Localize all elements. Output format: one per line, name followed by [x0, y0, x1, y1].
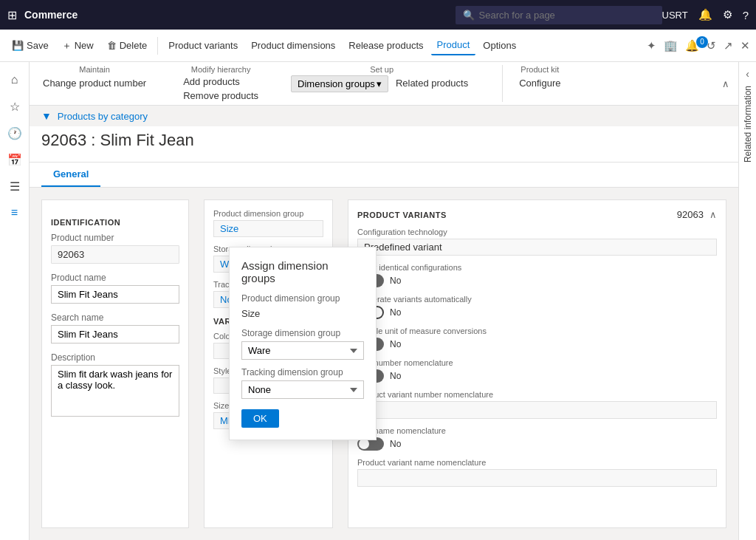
prod-dim-group-label: Product dimension group: [213, 209, 323, 218]
filter-icon[interactable]: ▼: [41, 110, 52, 122]
use-name-nom-label: Use name nomenclature: [357, 426, 717, 435]
ribbon-items-setup: Dimension groups ▾ Related products: [291, 75, 472, 92]
add-products-btn[interactable]: Add products: [180, 75, 261, 88]
modify-hierarchy-label: Modify hierarchy: [191, 65, 251, 74]
grid-icon[interactable]: ⊞: [7, 8, 17, 22]
assign-storage-dim-label: Storage dimension group: [241, 328, 364, 338]
identification-section: IDENTIFICATION Product number 92063 Prod…: [41, 199, 189, 528]
prod-dim-group-value: Size: [213, 220, 323, 237]
enable-uom-label: Enable unit of measure conversions: [357, 327, 717, 335]
product-variant-num-nom-value: [357, 401, 717, 419]
new-button[interactable]: ＋ New: [56, 35, 100, 56]
page-content: ▼ Products by category 92063 : Slim Fit …: [30, 106, 738, 540]
description-input[interactable]: Slim fit dark wash jeans for a classy lo…: [51, 365, 179, 417]
collapse-btn[interactable]: ∧: [709, 209, 717, 220]
release-products-button[interactable]: Release products: [343, 36, 429, 55]
product-number-group: Product number 92063: [51, 233, 179, 264]
options-button[interactable]: Options: [477, 36, 522, 55]
right-info-panel[interactable]: ‹ Related information: [738, 62, 756, 540]
allow-identical-value: No: [390, 276, 401, 286]
notification-badge: 0: [696, 36, 708, 48]
generate-variants-toggle-row: No: [357, 306, 717, 319]
sidebar-star-icon[interactable]: ☆: [3, 95, 27, 118]
filter-bar: ▼ Products by category: [30, 106, 738, 126]
left-sidebar: ⌂ ☆ 🕐 📅 ☰ ≡: [0, 62, 30, 540]
generate-variants-label: Generate variants automatically: [357, 295, 717, 304]
ok-button[interactable]: OK: [241, 409, 279, 428]
delete-icon: 🗑: [107, 40, 117, 51]
use-number-nom-toggle-row: No: [357, 369, 717, 383]
app-layout: ⌂ ☆ 🕐 📅 ☰ ≡ Maintain Change product numb…: [0, 62, 756, 540]
help-icon[interactable]: ?: [743, 9, 749, 21]
bell-icon[interactable]: 🔔: [698, 8, 712, 21]
sidebar-clock-icon[interactable]: 🕐: [3, 121, 27, 145]
main-content: Maintain Change product number Modify hi…: [30, 62, 738, 540]
assign-product-dim-value: Size: [241, 307, 364, 321]
allow-identical-label: Allow identical configurations: [357, 263, 717, 272]
breadcrumb[interactable]: Products by category: [58, 111, 148, 122]
config-tech-label: Configuration technology: [357, 228, 717, 236]
product-variants-title: PRODUCT VARIANTS: [357, 211, 447, 219]
search-bar[interactable]: 🔍: [456, 6, 662, 24]
use-name-nom-toggle-row: No: [357, 437, 717, 451]
separator-1: [157, 37, 158, 55]
use-number-nom-label: Use number nomenclature: [357, 358, 717, 367]
description-group: Description Slim fit dark wash jeans for…: [51, 352, 179, 419]
prod-dim-group-field: Product dimension group Size: [213, 209, 323, 237]
search-name-group: Search name: [51, 312, 179, 344]
page-header: 92063 : Slim Fit Jean: [30, 126, 738, 163]
search-icon: 🔍: [463, 10, 475, 21]
search-name-input[interactable]: [51, 325, 179, 344]
product-variants-button[interactable]: Product variants: [162, 36, 244, 55]
ribbon-group-kit: Product kit Configure: [502, 65, 565, 102]
sidebar-home-icon[interactable]: ⌂: [3, 68, 27, 92]
ribbon-items-kit: Configure: [515, 75, 565, 91]
assign-dimension-panel: Assign dimension groups Product dimensio…: [229, 247, 377, 440]
personalize-icon[interactable]: ✦: [647, 39, 656, 52]
delete-button[interactable]: 🗑 Delete: [101, 36, 154, 55]
related-products-btn[interactable]: Related products: [391, 75, 472, 92]
tab-bar: General: [30, 163, 738, 188]
settings-icon[interactable]: ⚙: [723, 8, 732, 21]
use-name-nom-value: No: [390, 439, 401, 449]
top-nav-right: USRT 🔔 ⚙ ?: [662, 8, 749, 21]
form-area: IDENTIFICATION Product number 92063 Prod…: [30, 188, 738, 540]
right-info-arrow[interactable]: ‹: [746, 68, 749, 80]
change-product-number-btn[interactable]: Change product number: [38, 75, 151, 91]
close-icon[interactable]: ✕: [740, 39, 750, 52]
record-number: 92063: [677, 209, 704, 220]
search-input[interactable]: [479, 10, 655, 21]
office-icon[interactable]: 🏢: [664, 39, 678, 52]
sidebar-filter-icon[interactable]: ☰: [3, 174, 27, 198]
app-title: Commerce: [24, 9, 456, 21]
product-variant-name-nom-label: Product variant name nomenclature: [357, 458, 717, 467]
sidebar-list-icon[interactable]: ≡: [3, 201, 27, 225]
configure-btn[interactable]: Configure: [515, 75, 565, 91]
dimension-groups-btn[interactable]: Dimension groups ▾: [291, 75, 388, 92]
allow-identical-field: Allow identical configurations No: [357, 263, 717, 287]
remove-products-btn[interactable]: Remove products: [180, 89, 261, 102]
product-button[interactable]: Product: [431, 35, 476, 55]
assign-product-dim-label: Product dimension group: [241, 293, 364, 304]
use-number-nom-field: Use number nomenclature No: [357, 358, 717, 383]
assign-panel-title: Assign dimension groups: [241, 259, 364, 284]
ribbon-collapse-icon[interactable]: ∧: [722, 78, 729, 89]
enable-uom-toggle-row: No: [357, 338, 717, 351]
product-name-input[interactable]: [51, 285, 179, 304]
product-dimensions-button[interactable]: Product dimensions: [245, 36, 341, 55]
variants-section-header: PRODUCT VARIANTS 92063 ∧: [357, 209, 717, 220]
assign-tracking-dim-select[interactable]: None Serial Batch: [241, 380, 364, 399]
assign-tracking-dim-wrap: None Serial Batch: [241, 380, 364, 399]
use-name-nom-field: Use name nomenclature No: [357, 426, 717, 451]
right-info-label: Related information: [743, 86, 753, 163]
save-button[interactable]: 💾 Save: [6, 36, 55, 55]
product-number-value: 92063: [51, 245, 179, 264]
sidebar-calendar-icon[interactable]: 📅: [3, 148, 27, 171]
product-variant-num-nom-field: Product variant number nomenclature: [357, 390, 717, 419]
assign-storage-dim-select[interactable]: Ware None SiteWH Standard: [241, 341, 364, 360]
product-variant-num-nom-label: Product variant number nomenclature: [357, 390, 717, 399]
save-icon: 💾: [12, 40, 24, 51]
tab-general[interactable]: General: [41, 163, 100, 187]
open-icon[interactable]: ↗: [724, 39, 733, 52]
identification-title: IDENTIFICATION: [51, 218, 179, 227]
